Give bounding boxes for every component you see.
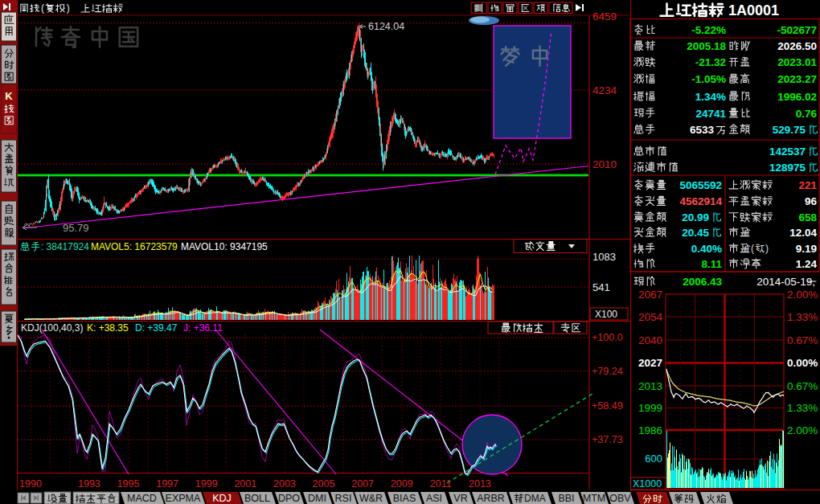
svg-text:MAVOL5: 16723579: MAVOL5: 16723579 — [91, 241, 178, 252]
svg-text:0.40%: 0.40% — [691, 243, 722, 255]
svg-text:8.11: 8.11 — [701, 258, 722, 270]
svg-text:24741: 24741 — [695, 108, 726, 120]
svg-text:2001: 2001 — [234, 478, 256, 490]
svg-text:1.24: 1.24 — [796, 258, 818, 270]
svg-text:-502677: -502677 — [777, 24, 817, 36]
svg-text:6459: 6459 — [592, 10, 617, 23]
svg-text:2009: 2009 — [391, 478, 413, 490]
svg-text:MAVOL10: 9347195: MAVOL10: 9347195 — [181, 241, 268, 252]
svg-text:2023.27: 2023.27 — [777, 73, 817, 85]
svg-text:1A0001: 1A0001 — [728, 2, 779, 18]
svg-text:20.99: 20.99 — [682, 211, 709, 223]
svg-text:+37.73: +37.73 — [592, 434, 623, 445]
svg-text:K: K — [5, 90, 13, 102]
svg-text:529.75: 529.75 — [773, 124, 806, 136]
svg-text:2013: 2013 — [638, 380, 662, 392]
svg-text:KDJ: KDJ — [212, 493, 232, 504]
svg-text:1996.02: 1996.02 — [777, 91, 817, 103]
svg-text:BBI: BBI — [558, 493, 574, 504]
svg-text:MACD: MACD — [127, 493, 157, 504]
svg-text:KDJ(100,40,3): KDJ(100,40,3) — [21, 322, 83, 334]
svg-text:2014-05-19,: 2014-05-19, — [756, 276, 815, 288]
svg-text:2067: 2067 — [638, 289, 662, 301]
svg-text:X1000: X1000 — [633, 478, 662, 490]
svg-text:): ) — [765, 243, 769, 254]
svg-text:2007: 2007 — [351, 478, 374, 490]
svg-text:1997: 1997 — [156, 478, 178, 490]
svg-text:1986: 1986 — [638, 424, 662, 436]
svg-text:-5.22%: -5.22% — [691, 24, 726, 36]
svg-text:2040: 2040 — [638, 334, 662, 346]
svg-text:6124.04: 6124.04 — [368, 21, 404, 32]
svg-text:5065592: 5065592 — [679, 179, 722, 191]
svg-text:-1.05%: -1.05% — [691, 73, 726, 85]
svg-text:2.00%: 2.00% — [787, 424, 818, 436]
svg-text:OBV: OBV — [609, 493, 631, 504]
svg-text:ASI: ASI — [426, 493, 442, 504]
svg-text:-21.32: -21.32 — [695, 56, 726, 68]
svg-text:2054: 2054 — [638, 311, 663, 323]
svg-text:142537: 142537 — [769, 145, 806, 158]
svg-text:1990: 1990 — [19, 478, 42, 490]
svg-text:+100.0: +100.0 — [592, 332, 623, 343]
svg-text:: 38417924: : 38417924 — [41, 241, 89, 252]
svg-text:DMI: DMI — [308, 493, 326, 504]
svg-text:2023.01: 2023.01 — [777, 56, 817, 68]
svg-text:1999: 1999 — [195, 478, 218, 490]
svg-text:DPO: DPO — [278, 493, 300, 504]
svg-text:658: 658 — [798, 211, 817, 223]
svg-text:D: +39.47: D: +39.47 — [135, 322, 178, 334]
svg-text:9.19: 9.19 — [796, 243, 817, 255]
svg-text:0.00%: 0.00% — [787, 357, 818, 369]
svg-text:(: ( — [751, 243, 754, 254]
svg-text:600: 600 — [645, 453, 662, 465]
svg-text:4234: 4234 — [592, 84, 617, 96]
svg-text:2011: 2011 — [430, 478, 452, 490]
svg-text:0.67%: 0.67% — [787, 380, 818, 392]
svg-text:4562914: 4562914 — [679, 195, 722, 207]
svg-text:20.45: 20.45 — [682, 227, 709, 239]
svg-text:+58.49: +58.49 — [592, 400, 623, 412]
svg-text:1.34%: 1.34% — [695, 91, 726, 103]
svg-text:1083: 1083 — [592, 251, 616, 263]
svg-text:95.79: 95.79 — [63, 222, 89, 234]
svg-text:EXPMA: EXPMA — [166, 493, 201, 504]
svg-text:(: ( — [41, 2, 44, 14]
svg-text:MTM: MTM — [583, 493, 605, 504]
svg-text:221: 221 — [798, 179, 817, 191]
svg-text:1999: 1999 — [638, 402, 662, 414]
svg-text:96: 96 — [805, 195, 818, 207]
svg-text:1995: 1995 — [117, 478, 140, 490]
svg-text:BIAS: BIAS — [393, 493, 416, 504]
svg-text:RSI: RSI — [335, 493, 352, 504]
svg-text:DMA: DMA — [524, 493, 546, 504]
svg-text:1993: 1993 — [78, 478, 100, 490]
svg-text:1.33%: 1.33% — [787, 402, 818, 414]
svg-text:1.33%: 1.33% — [787, 311, 818, 323]
svg-text:2005.18: 2005.18 — [687, 40, 726, 52]
svg-text:0.76: 0.76 — [796, 108, 818, 120]
svg-text:6533: 6533 — [690, 124, 715, 136]
svg-text:12.04: 12.04 — [789, 227, 817, 239]
svg-text:BOLL: BOLL — [244, 493, 270, 504]
svg-text:2010: 2010 — [592, 158, 617, 170]
svg-text:): ) — [67, 2, 70, 14]
svg-text:2026.50: 2026.50 — [777, 40, 817, 52]
svg-text:K: +38.35: K: +38.35 — [87, 322, 129, 334]
svg-text:2.00%: 2.00% — [787, 289, 818, 301]
svg-text:+79.24: +79.24 — [592, 366, 623, 377]
svg-text:2027: 2027 — [638, 357, 662, 369]
svg-text:2013: 2013 — [469, 478, 491, 490]
svg-text:128975: 128975 — [769, 162, 806, 174]
svg-text:W&R: W&R — [359, 493, 383, 504]
svg-text:ARBR: ARBR — [477, 493, 505, 504]
svg-text:VR: VR — [453, 493, 467, 504]
svg-text:X100: X100 — [595, 309, 617, 320]
svg-text:2006.43: 2006.43 — [683, 276, 722, 288]
svg-text:2005: 2005 — [313, 478, 335, 490]
svg-text:541: 541 — [592, 281, 610, 293]
svg-text:2003: 2003 — [273, 478, 296, 490]
svg-text:0.67%: 0.67% — [787, 334, 818, 346]
